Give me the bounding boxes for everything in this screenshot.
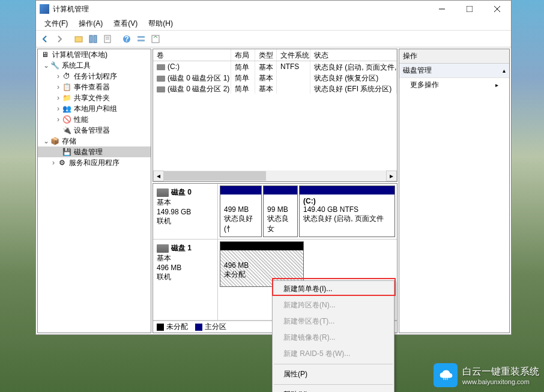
up-button[interactable] xyxy=(72,32,85,46)
tree-root[interactable]: 🖥计算机管理(本地) xyxy=(38,49,151,60)
disk0-partition-c[interactable]: (C:) 149.40 GB NTFS 状态良好 (启动, 页面文件 xyxy=(299,185,395,237)
minimize-button[interactable] xyxy=(428,1,456,17)
disk0-partition-2[interactable]: 99 MB 状态良女 xyxy=(263,185,298,237)
perf-icon: 🚫 xyxy=(62,115,71,124)
disk-icon: 💾 xyxy=(62,147,71,157)
col-status[interactable]: 状态 xyxy=(310,49,397,61)
window-title: 计算机管理 xyxy=(53,4,428,14)
ctx-properties[interactable]: 属性(P) xyxy=(273,366,394,382)
device-icon: 🔌 xyxy=(62,125,71,135)
ctx-new-raid5-volume[interactable]: 新建 RAID-5 卷(W)... xyxy=(273,346,394,362)
scroll-thumb[interactable] xyxy=(164,171,266,181)
tree-services[interactable]: ›⚙服务和应用程序 xyxy=(38,157,151,168)
wrench-icon: 🔧 xyxy=(50,61,59,70)
menu-action[interactable]: 操作(A) xyxy=(74,17,107,30)
menu-view[interactable]: 查看(V) xyxy=(109,17,142,30)
tree-local-users[interactable]: ›👥本地用户和组 xyxy=(38,103,151,114)
legend-primary-label: 主分区 xyxy=(205,322,226,332)
volume-header: 卷 布局 类型 文件系统 状态 xyxy=(153,49,397,61)
disk-0-row: 磁盘 0 基本 149.98 GB 联机 499 MB 状态良好 (忄 xyxy=(153,184,397,240)
ctx-new-mirrored-volume[interactable]: 新建镜像卷(R)... xyxy=(273,330,394,346)
navigation-tree[interactable]: 🖥计算机管理(本地) ⌄🔧系统工具 ›⏱任务计划程序 ›📋事件查看器 ›📁共享文… xyxy=(37,49,151,333)
toolbar: ? xyxy=(36,31,511,47)
volume-row[interactable]: (磁盘 0 磁盘分区 1) 简单 基本 状态良好 (恢复分区) xyxy=(153,72,397,83)
disk-0-label[interactable]: 磁盘 0 基本 149.98 GB 联机 xyxy=(153,184,218,239)
disk-icon xyxy=(157,188,169,197)
menu-file[interactable]: 文件(F) xyxy=(40,17,73,30)
watermark: 白云一键重装系统 www.baiyunxitong.com xyxy=(434,363,539,387)
computer-icon: 🖥 xyxy=(40,50,50,59)
users-icon: 👥 xyxy=(62,104,71,113)
disk0-partition-1[interactable]: 499 MB 状态良好 (忄 xyxy=(220,185,262,237)
separator xyxy=(274,384,393,385)
volume-icon xyxy=(157,76,165,82)
volume-icon xyxy=(157,86,165,92)
watermark-title: 白云一键重装系统 xyxy=(462,366,539,378)
watermark-url: www.baiyunxitong.com xyxy=(462,378,539,385)
scroll-right-button[interactable]: ▸ xyxy=(386,170,397,181)
disk-1-label[interactable]: 磁盘 1 基本 496 MB 联机 xyxy=(153,240,218,320)
svg-text:?: ? xyxy=(124,35,128,43)
properties-button[interactable] xyxy=(101,32,114,46)
tree-task-scheduler[interactable]: ›⏱任务计划程序 xyxy=(38,71,151,82)
svg-rect-4 xyxy=(75,37,82,42)
context-menu: 新建简单卷(I)... 新建跨区卷(N)... 新建带区卷(T)... 新建镜像… xyxy=(272,280,394,392)
svg-rect-5 xyxy=(89,35,92,43)
svg-rect-1 xyxy=(467,6,473,12)
volume-row[interactable]: (磁盘 0 磁盘分区 2) 简单 基本 状态良好 (EFI 系统分区) xyxy=(153,83,397,94)
menubar: 文件(F) 操作(A) 查看(V) 帮助(H) xyxy=(36,17,511,31)
tree-disk-management[interactable]: 💾磁盘管理 xyxy=(38,146,151,157)
col-name[interactable]: 卷 xyxy=(153,49,231,61)
svg-rect-13 xyxy=(138,40,145,41)
svg-rect-14 xyxy=(152,35,159,43)
ctx-new-simple-volume[interactable]: 新建简单卷(I)... xyxy=(273,281,394,297)
volume-list[interactable]: 卷 布局 类型 文件系统 状态 (C:) 简单 基本 NTFS 状态良好 (启动… xyxy=(153,49,397,182)
app-icon xyxy=(40,4,49,14)
event-icon: 📋 xyxy=(62,82,71,92)
scroll-left-button[interactable]: ◂ xyxy=(153,170,164,181)
actions-diskmgmt[interactable]: 磁盘管理▴ xyxy=(399,64,509,78)
col-type[interactable]: 类型 xyxy=(255,49,277,61)
help-button[interactable]: ? xyxy=(120,32,133,46)
horizontal-scrollbar[interactable]: ◂ ▸ xyxy=(153,170,397,181)
collapse-icon: ▴ xyxy=(503,67,506,74)
refresh-button[interactable] xyxy=(149,32,162,46)
menu-help[interactable]: 帮助(H) xyxy=(144,17,178,30)
legend-primary-box xyxy=(195,324,202,331)
tree-system-tools[interactable]: ⌄🔧系统工具 xyxy=(38,60,151,71)
tree-shared-folders[interactable]: ›📁共享文件夹 xyxy=(38,92,151,103)
storage-icon: 📦 xyxy=(50,136,59,146)
actions-panel: 操作 磁盘管理▴ 更多操作▸ xyxy=(399,49,510,333)
clock-icon: ⏱ xyxy=(62,71,71,81)
disk-icon xyxy=(157,244,169,253)
ctx-help[interactable]: 帮助(H) xyxy=(273,387,394,392)
legend-unallocated-box xyxy=(157,324,164,331)
svg-rect-6 xyxy=(94,35,97,43)
separator xyxy=(274,364,393,364)
legend-unallocated-label: 未分配 xyxy=(166,322,188,332)
col-fs[interactable]: 文件系统 xyxy=(277,49,310,61)
volume-icon xyxy=(157,64,165,70)
col-layout[interactable]: 布局 xyxy=(231,49,255,61)
actions-header: 操作 xyxy=(399,49,509,64)
ctx-new-striped-volume[interactable]: 新建带区卷(T)... xyxy=(273,313,394,330)
cloud-icon xyxy=(434,363,458,387)
submenu-icon: ▸ xyxy=(495,82,498,88)
folder-icon: 📁 xyxy=(62,93,71,103)
services-icon: ⚙ xyxy=(57,158,67,167)
tree-event-viewer[interactable]: ›📋事件查看器 xyxy=(38,82,151,92)
volume-row[interactable]: (C:) 简单 基本 NTFS 状态良好 (启动, 页面文件, 故 xyxy=(153,61,397,72)
toggle-console-button[interactable] xyxy=(86,32,100,46)
tree-performance[interactable]: ›🚫性能 xyxy=(38,114,151,125)
back-button[interactable] xyxy=(38,32,52,46)
view-button[interactable] xyxy=(134,32,148,46)
tree-storage[interactable]: ⌄📦存储 xyxy=(38,136,151,146)
close-button[interactable] xyxy=(483,1,511,17)
maximize-button[interactable] xyxy=(456,1,483,17)
ctx-new-spanned-volume[interactable]: 新建跨区卷(N)... xyxy=(273,297,394,313)
tree-device-manager[interactable]: 🔌设备管理器 xyxy=(38,125,151,136)
titlebar: 计算机管理 xyxy=(36,1,511,17)
svg-rect-12 xyxy=(138,36,145,38)
actions-more[interactable]: 更多操作▸ xyxy=(399,78,509,92)
forward-button[interactable] xyxy=(53,32,66,46)
